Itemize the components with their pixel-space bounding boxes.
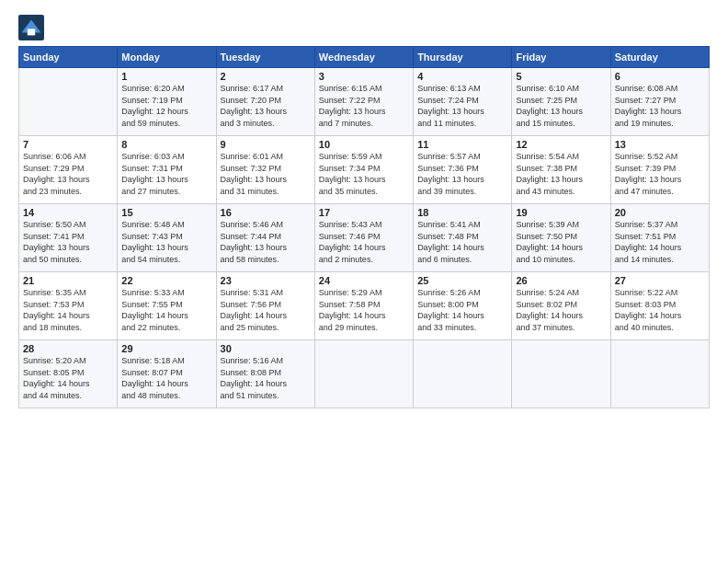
cell-details: Sunrise: 6:08 AM Sunset: 7:27 PM Dayligh… [615,83,705,129]
day-number: 12 [516,139,606,150]
cell-details: Sunrise: 5:48 AM Sunset: 7:43 PM Dayligh… [121,219,211,265]
logo-icon [18,15,44,40]
week-row-5: 28Sunrise: 5:20 AM Sunset: 8:05 PM Dayli… [19,340,710,408]
day-number: 13 [615,139,705,150]
col-header-saturday: Saturday [610,47,709,68]
week-row-1: 1Sunrise: 6:20 AM Sunset: 7:19 PM Daylig… [19,68,710,136]
calendar-header-row: SundayMondayTuesdayWednesdayThursdayFrid… [19,47,710,68]
day-number: 26 [516,275,606,286]
day-number: 1 [121,71,211,82]
logo [18,15,48,40]
cell-details: Sunrise: 5:39 AM Sunset: 7:50 PM Dayligh… [516,219,606,265]
cell-1-3: 2Sunrise: 6:17 AM Sunset: 7:20 PM Daylig… [216,68,314,136]
cell-4-5: 25Sunrise: 5:26 AM Sunset: 8:00 PM Dayli… [414,272,512,340]
cell-details: Sunrise: 6:13 AM Sunset: 7:24 PM Dayligh… [417,83,507,129]
day-number: 2 [221,71,311,82]
cell-5-5 [414,340,512,408]
col-header-wednesday: Wednesday [314,47,413,68]
cell-2-7: 13Sunrise: 5:52 AM Sunset: 7:39 PM Dayli… [610,136,709,204]
cell-details: Sunrise: 5:57 AM Sunset: 7:36 PM Dayligh… [417,151,507,197]
week-row-2: 7Sunrise: 6:06 AM Sunset: 7:29 PM Daylig… [19,136,710,204]
day-number: 16 [221,207,311,218]
cell-1-5: 4Sunrise: 6:13 AM Sunset: 7:24 PM Daylig… [414,68,512,136]
day-number: 11 [417,139,507,150]
cell-1-4: 3Sunrise: 6:15 AM Sunset: 7:22 PM Daylig… [314,68,413,136]
cell-details: Sunrise: 5:59 AM Sunset: 7:34 PM Dayligh… [319,151,409,197]
cell-3-1: 14Sunrise: 5:50 AM Sunset: 7:41 PM Dayli… [19,204,118,272]
col-header-tuesday: Tuesday [216,47,314,68]
day-number: 19 [516,207,606,218]
day-number: 24 [319,275,409,286]
cell-5-2: 29Sunrise: 5:18 AM Sunset: 8:07 PM Dayli… [118,340,216,408]
cell-details: Sunrise: 5:26 AM Sunset: 8:00 PM Dayligh… [417,287,507,333]
cell-details: Sunrise: 5:33 AM Sunset: 7:55 PM Dayligh… [121,287,211,333]
cell-4-1: 21Sunrise: 5:35 AM Sunset: 7:53 PM Dayli… [19,272,118,340]
cell-details: Sunrise: 5:16 AM Sunset: 8:08 PM Dayligh… [221,355,311,401]
cell-5-1: 28Sunrise: 5:20 AM Sunset: 8:05 PM Dayli… [19,340,118,408]
cell-1-2: 1Sunrise: 6:20 AM Sunset: 7:19 PM Daylig… [118,68,216,136]
day-number: 18 [417,207,507,218]
col-header-sunday: Sunday [19,47,118,68]
cell-details: Sunrise: 5:50 AM Sunset: 7:41 PM Dayligh… [23,219,113,265]
cell-details: Sunrise: 6:17 AM Sunset: 7:20 PM Dayligh… [221,83,311,129]
day-number: 17 [319,207,409,218]
cell-details: Sunrise: 6:20 AM Sunset: 7:19 PM Dayligh… [121,83,211,129]
day-number: 8 [121,139,211,150]
svg-rect-2 [28,29,35,35]
day-number: 7 [23,139,113,150]
col-header-monday: Monday [118,47,216,68]
day-number: 3 [319,71,409,82]
day-number: 27 [615,275,705,286]
cell-2-6: 12Sunrise: 5:54 AM Sunset: 7:38 PM Dayli… [512,136,610,204]
cell-2-3: 9Sunrise: 6:01 AM Sunset: 7:32 PM Daylig… [216,136,314,204]
day-number: 9 [221,139,311,150]
cell-1-6: 5Sunrise: 6:10 AM Sunset: 7:25 PM Daylig… [512,68,610,136]
day-number: 30 [221,343,311,354]
day-number: 6 [615,71,705,82]
day-number: 20 [615,207,705,218]
cell-3-5: 18Sunrise: 5:41 AM Sunset: 7:48 PM Dayli… [414,204,512,272]
cell-details: Sunrise: 5:20 AM Sunset: 8:05 PM Dayligh… [23,355,113,401]
cell-1-1 [19,68,118,136]
cell-2-5: 11Sunrise: 5:57 AM Sunset: 7:36 PM Dayli… [414,136,512,204]
cell-details: Sunrise: 5:41 AM Sunset: 7:48 PM Dayligh… [417,219,507,265]
day-number: 4 [417,71,507,82]
day-number: 14 [23,207,113,218]
col-header-friday: Friday [512,47,610,68]
cell-3-7: 20Sunrise: 5:37 AM Sunset: 7:51 PM Dayli… [610,204,709,272]
day-number: 15 [121,207,211,218]
week-row-3: 14Sunrise: 5:50 AM Sunset: 7:41 PM Dayli… [19,204,710,272]
cell-details: Sunrise: 5:52 AM Sunset: 7:39 PM Dayligh… [615,151,705,197]
day-number: 5 [516,71,606,82]
cell-details: Sunrise: 5:54 AM Sunset: 7:38 PM Dayligh… [516,151,606,197]
day-number: 22 [121,275,211,286]
cell-details: Sunrise: 5:37 AM Sunset: 7:51 PM Dayligh… [615,219,705,265]
day-number: 25 [417,275,507,286]
cell-3-6: 19Sunrise: 5:39 AM Sunset: 7:50 PM Dayli… [512,204,610,272]
cell-4-7: 27Sunrise: 5:22 AM Sunset: 8:03 PM Dayli… [610,272,709,340]
col-header-thursday: Thursday [414,47,512,68]
cell-details: Sunrise: 5:35 AM Sunset: 7:53 PM Dayligh… [23,287,113,333]
day-number: 10 [319,139,409,150]
cell-details: Sunrise: 5:31 AM Sunset: 7:56 PM Dayligh… [221,287,311,333]
cell-1-7: 6Sunrise: 6:08 AM Sunset: 7:27 PM Daylig… [610,68,709,136]
cell-4-2: 22Sunrise: 5:33 AM Sunset: 7:55 PM Dayli… [118,272,216,340]
cell-5-4 [314,340,413,408]
header [18,15,710,40]
cell-3-3: 16Sunrise: 5:46 AM Sunset: 7:44 PM Dayli… [216,204,314,272]
cell-5-6 [512,340,610,408]
cell-4-4: 24Sunrise: 5:29 AM Sunset: 7:58 PM Dayli… [314,272,413,340]
cell-details: Sunrise: 6:10 AM Sunset: 7:25 PM Dayligh… [516,83,606,129]
cell-details: Sunrise: 5:43 AM Sunset: 7:46 PM Dayligh… [319,219,409,265]
cell-details: Sunrise: 6:06 AM Sunset: 7:29 PM Dayligh… [23,151,113,197]
cell-details: Sunrise: 5:18 AM Sunset: 8:07 PM Dayligh… [121,355,211,401]
cell-4-6: 26Sunrise: 5:24 AM Sunset: 8:02 PM Dayli… [512,272,610,340]
cell-2-4: 10Sunrise: 5:59 AM Sunset: 7:34 PM Dayli… [314,136,413,204]
cell-details: Sunrise: 6:03 AM Sunset: 7:31 PM Dayligh… [121,151,211,197]
cell-4-3: 23Sunrise: 5:31 AM Sunset: 7:56 PM Dayli… [216,272,314,340]
cell-5-7 [610,340,709,408]
cell-3-4: 17Sunrise: 5:43 AM Sunset: 7:46 PM Dayli… [314,204,413,272]
day-number: 21 [23,275,113,286]
cell-details: Sunrise: 6:15 AM Sunset: 7:22 PM Dayligh… [319,83,409,129]
cell-details: Sunrise: 5:46 AM Sunset: 7:44 PM Dayligh… [221,219,311,265]
